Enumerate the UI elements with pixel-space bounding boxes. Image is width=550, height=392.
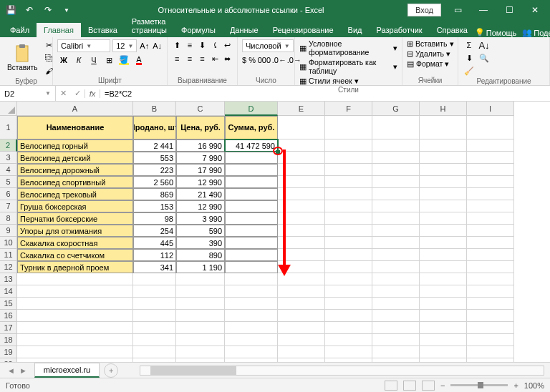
cell-E15[interactable] — [278, 298, 325, 310]
cell-D10[interactable] — [225, 237, 278, 249]
cell-F14[interactable] — [325, 285, 372, 298]
cell-C13[interactable] — [176, 273, 225, 285]
ribbon-display-icon[interactable]: ▭ — [445, 2, 470, 18]
cell-H13[interactable] — [420, 273, 467, 285]
cell-B3[interactable]: 553 — [133, 152, 176, 164]
cell-A9[interactable]: Упоры для отжимания — [17, 225, 133, 237]
delete-cells-button[interactable]: ⊟ Удалить ▾ — [407, 49, 453, 58]
cell-F3[interactable] — [325, 152, 372, 164]
cell-G4[interactable] — [372, 164, 420, 176]
cell-F9[interactable] — [325, 225, 372, 237]
cell-G7[interactable] — [372, 200, 420, 212]
cell-E6[interactable] — [278, 188, 325, 200]
row-header-7[interactable]: 7 — [0, 200, 17, 212]
tell-me[interactable]: 💡 Помощь — [475, 28, 517, 37]
cell-B2[interactable]: 2 441 — [133, 139, 176, 152]
cell-B15[interactable] — [133, 298, 176, 310]
row-header-3[interactable]: 3 — [0, 152, 17, 164]
minimize-icon[interactable]: — — [471, 2, 496, 18]
fx-icon[interactable]: fx — [85, 89, 100, 98]
horizontal-scrollbar[interactable] — [140, 366, 544, 376]
cell-D18[interactable] — [225, 334, 278, 346]
cell-H12[interactable] — [420, 261, 467, 273]
cell-F19[interactable] — [325, 346, 372, 358]
italic-button[interactable]: К — [72, 54, 85, 66]
cell-D15[interactable] — [225, 298, 278, 310]
tab-file[interactable]: Файл — [3, 23, 37, 37]
cancel-formula-icon[interactable]: ✕ — [56, 89, 70, 98]
grow-font-icon[interactable]: A↑ — [139, 40, 150, 52]
cell-F7[interactable] — [325, 200, 372, 212]
col-header-C[interactable]: C — [176, 102, 225, 116]
cell-E18[interactable] — [278, 334, 325, 346]
cell-E19[interactable] — [278, 346, 325, 358]
cell-I18[interactable] — [467, 334, 514, 346]
cell-B8[interactable]: 98 — [133, 212, 176, 225]
enter-formula-icon[interactable]: ✓ — [70, 89, 85, 98]
align-left-icon[interactable]: ≡ — [172, 53, 183, 64]
row-header-5[interactable]: 5 — [0, 176, 17, 188]
cell-I2[interactable] — [467, 139, 514, 152]
cell-C8[interactable]: 3 990 — [176, 212, 225, 225]
cell-A16[interactable] — [17, 310, 133, 322]
cell-C18[interactable] — [176, 334, 225, 346]
accounting-icon[interactable]: $ — [242, 54, 246, 66]
shrink-font-icon[interactable]: A↓ — [152, 40, 163, 52]
orientation-icon[interactable]: ⤹ — [210, 39, 221, 51]
conditional-formatting-button[interactable]: ▦ Условное форматирование ▾ — [299, 39, 397, 57]
cell-I6[interactable] — [467, 188, 514, 200]
cell-E12[interactable] — [278, 261, 325, 273]
name-box[interactable]: D2▼ — [0, 86, 56, 101]
row-header-1[interactable]: 1 — [0, 116, 17, 139]
cell-G2[interactable] — [372, 139, 420, 152]
cell-E5[interactable] — [278, 176, 325, 188]
cell-G3[interactable] — [372, 152, 420, 164]
col-header-H[interactable]: H — [420, 102, 467, 116]
cell-A3[interactable]: Велосипед детский — [17, 152, 133, 164]
cell-A18[interactable] — [17, 334, 133, 346]
cell-F5[interactable] — [325, 176, 372, 188]
cell-I3[interactable] — [467, 152, 514, 164]
cell-B19[interactable] — [133, 346, 176, 358]
find-icon[interactable]: 🔍 — [478, 52, 491, 64]
cell-F17[interactable] — [325, 322, 372, 334]
cell-F13[interactable] — [325, 273, 372, 285]
cell-H2[interactable] — [420, 139, 467, 152]
qat-dropdown-icon[interactable]: ▼ — [59, 2, 74, 18]
cell-A15[interactable] — [17, 298, 133, 310]
row-header-8[interactable]: 8 — [0, 212, 17, 225]
cell-C16[interactable] — [176, 310, 225, 322]
cell-D16[interactable] — [225, 310, 278, 322]
cell-D11[interactable] — [225, 249, 278, 261]
cell-E1[interactable] — [278, 116, 325, 139]
cell-C4[interactable]: 17 990 — [176, 164, 225, 176]
cell-I10[interactable] — [467, 237, 514, 249]
border-button[interactable]: ⊞ — [102, 54, 115, 66]
formula-input[interactable]: =B2*C2 — [100, 89, 550, 98]
tab-help[interactable]: Справка — [430, 23, 475, 37]
cell-A1[interactable]: Наименование — [17, 116, 133, 139]
cell-D6[interactable] — [225, 188, 278, 200]
cell-I11[interactable] — [467, 249, 514, 261]
row-header-10[interactable]: 10 — [0, 237, 17, 249]
select-all-button[interactable] — [0, 102, 17, 116]
number-format-combo[interactable]: Числовой▼ — [242, 39, 294, 52]
align-bottom-icon[interactable]: ⬇ — [197, 39, 208, 51]
tab-layout[interactable]: Разметка страницы — [125, 14, 174, 37]
merge-icon[interactable]: ⬌ — [222, 53, 233, 64]
cell-D12[interactable] — [225, 261, 278, 273]
cell-I12[interactable] — [467, 261, 514, 273]
cell-C15[interactable] — [176, 298, 225, 310]
col-header-F[interactable]: F — [325, 102, 372, 116]
page-layout-view-icon[interactable] — [403, 381, 416, 391]
cell-B6[interactable]: 869 — [133, 188, 176, 200]
save-icon[interactable]: 💾 — [3, 2, 19, 18]
cell-D13[interactable] — [225, 273, 278, 285]
cell-H19[interactable] — [420, 346, 467, 358]
cell-A13[interactable] — [17, 273, 133, 285]
cell-D8[interactable] — [225, 212, 278, 225]
cell-H5[interactable] — [420, 176, 467, 188]
tab-insert[interactable]: Вставка — [81, 23, 125, 37]
cell-D14[interactable] — [225, 285, 278, 298]
cell-C1[interactable]: Цена, руб. — [176, 116, 225, 139]
